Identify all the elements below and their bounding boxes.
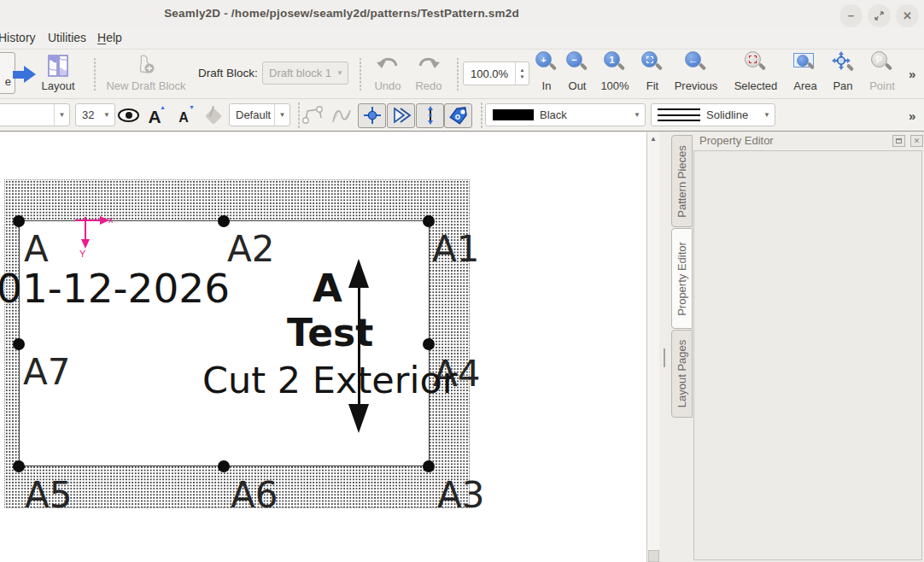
dock-title: Property Editor xyxy=(699,134,774,147)
zoom-fit-button[interactable]: Fit xyxy=(639,51,666,97)
pan-icon xyxy=(832,51,854,73)
origin-x-label: x xyxy=(108,214,114,225)
double-chevron-icon xyxy=(391,106,412,125)
dock-float-button[interactable] xyxy=(892,135,905,147)
chevrons-toggle[interactable] xyxy=(387,103,415,128)
canvas-vertical-scrollbar[interactable]: ▲ xyxy=(646,132,659,562)
pattern-point[interactable] xyxy=(423,215,435,227)
combo-arrow-icon: ▼ xyxy=(759,111,775,119)
toolbar-overflow-button[interactable]: » xyxy=(909,108,915,123)
restore-button[interactable] xyxy=(868,4,891,27)
restore-icon xyxy=(874,10,885,21)
pattern-point[interactable] xyxy=(218,215,230,227)
show-labels-eye-button[interactable] xyxy=(118,108,139,122)
font-family-combo[interactable]: ▼ xyxy=(0,103,70,126)
zoom-100-button[interactable]: 1 100% xyxy=(594,51,635,97)
new-draft-block-icon xyxy=(136,55,156,75)
grainline-arrow-down-icon xyxy=(348,404,369,433)
undo-button[interactable]: Undo xyxy=(369,51,406,97)
menu-history[interactable]: History xyxy=(0,31,36,44)
piece-name-label[interactable]: Test xyxy=(287,314,373,352)
point-label-A1[interactable]: A1 xyxy=(432,231,479,267)
polyline-tool-button[interactable] xyxy=(301,104,326,126)
tab-pattern-pieces[interactable]: Pattern Pieces xyxy=(671,135,693,227)
redo-button[interactable]: Redo xyxy=(410,51,447,97)
draft-block-caption: Draft Block: xyxy=(198,67,258,79)
zoom-spinbox[interactable]: 100.0% ▲ ▼ xyxy=(463,61,529,85)
point-label-A7[interactable]: A7 xyxy=(23,354,70,390)
decrease-font-button[interactable]: A ▼ xyxy=(171,103,196,127)
draft-canvas[interactable]: A A2 A1 A7 A4 A5 A6 A3 01-12-2026 A Test… xyxy=(0,132,646,562)
point-label-A[interactable]: A xyxy=(24,231,49,267)
label-tag-toggle[interactable] xyxy=(444,103,472,128)
menu-help[interactable]: Help xyxy=(97,31,122,44)
point-label-A2[interactable]: A2 xyxy=(227,231,274,267)
font-size-combo[interactable]: 32 ▼ xyxy=(75,103,115,126)
toolbar-overflow-button[interactable]: » xyxy=(909,67,915,81)
line-type-combo[interactable]: Solidline ▼ xyxy=(651,103,775,126)
tab-layout-pages[interactable]: Layout Pages xyxy=(671,330,693,418)
zoom-in-button[interactable]: + In xyxy=(533,51,560,97)
zoom-out-button[interactable]: − Out xyxy=(562,51,593,97)
point-label-A6[interactable]: A6 xyxy=(231,477,278,513)
pan-button[interactable]: Pan xyxy=(825,51,861,97)
pattern-point[interactable] xyxy=(218,460,230,472)
scrollbar-thumb[interactable] xyxy=(648,550,659,562)
close-button[interactable]: ✕ xyxy=(896,4,919,27)
point-name-combo[interactable]: Default ▼ xyxy=(229,103,290,126)
label-pen-button[interactable] xyxy=(203,107,222,124)
vertical-arrow-icon xyxy=(424,105,436,126)
zoom-point-button[interactable]: P Point xyxy=(863,51,902,97)
zoom-area-icon xyxy=(794,51,816,73)
layout-button[interactable]: Layout xyxy=(34,51,82,97)
main-toolbar: e Layout New Draft Block xyxy=(0,50,924,99)
mode-arrow-icon xyxy=(13,66,36,84)
zoom-fit-icon xyxy=(641,51,664,73)
minimize-button[interactable]: − xyxy=(839,4,863,27)
property-editor-dock: Property Editor ✕ xyxy=(693,132,924,562)
origin-y-arrow-icon xyxy=(81,239,90,249)
zoom-previous-button[interactable]: ← Previous xyxy=(668,51,724,97)
draft-block-combo[interactable]: Draft block 1 ▼ xyxy=(262,61,348,85)
spin-up-icon: ▲ xyxy=(520,67,525,73)
property-editor-body xyxy=(693,150,922,560)
spinbox-arrows[interactable]: ▲ ▼ xyxy=(515,62,529,85)
splitter-handle-icon xyxy=(664,348,665,367)
grainline-arrow-up-icon xyxy=(348,259,369,288)
menu-utilities[interactable]: Utilities xyxy=(48,31,86,44)
increase-font-button[interactable]: A ▲ xyxy=(142,103,167,127)
scrollbar-up-icon[interactable]: ▲ xyxy=(647,135,659,143)
grainline[interactable] xyxy=(358,278,361,410)
vertical-axis-toggle[interactable] xyxy=(416,103,444,128)
pattern-date-label[interactable]: 01-12-2026 xyxy=(0,268,230,308)
tab-property-editor[interactable]: Property Editor xyxy=(671,228,693,329)
piece-letter-label[interactable]: A xyxy=(313,269,342,307)
toolbar-separator xyxy=(91,58,97,91)
curve-tool-button[interactable] xyxy=(329,104,354,126)
pattern-point[interactable] xyxy=(423,460,435,472)
layout-icon xyxy=(47,55,69,77)
origin-y-label: Y xyxy=(79,249,85,259)
color-combo[interactable]: Black ▼ xyxy=(485,103,646,126)
new-draft-block-button[interactable]: New Draft Block xyxy=(101,51,191,97)
pattern-point[interactable] xyxy=(13,460,25,472)
dock-close-button[interactable]: ✕ xyxy=(910,135,923,147)
origin-y-axis xyxy=(85,217,86,241)
target-point-toggle[interactable] xyxy=(358,103,386,128)
window-title: Seamly2D - /home/pjosew/seamly2d/pattern… xyxy=(51,7,632,20)
toolbar-separator xyxy=(454,58,460,91)
polyline-icon xyxy=(301,105,325,126)
pattern-point[interactable] xyxy=(13,338,25,350)
point-label-A5[interactable]: A5 xyxy=(25,477,72,513)
point-label-A3[interactable]: A3 xyxy=(437,477,484,513)
pattern-point[interactable] xyxy=(423,338,435,350)
zoom-out-icon: − xyxy=(566,51,588,73)
zoom-selected-button[interactable]: Selected xyxy=(728,51,784,97)
piece-annotation-label[interactable]: Cut 2 Exterior xyxy=(202,362,457,399)
combo-arrow-icon: ▼ xyxy=(629,111,645,119)
dock-splitter[interactable] xyxy=(659,132,671,562)
zoom-area-button[interactable]: Area xyxy=(787,51,823,97)
menubar: History Utilities Help xyxy=(0,27,924,50)
pattern-point[interactable] xyxy=(13,215,25,227)
redo-icon xyxy=(416,54,442,76)
